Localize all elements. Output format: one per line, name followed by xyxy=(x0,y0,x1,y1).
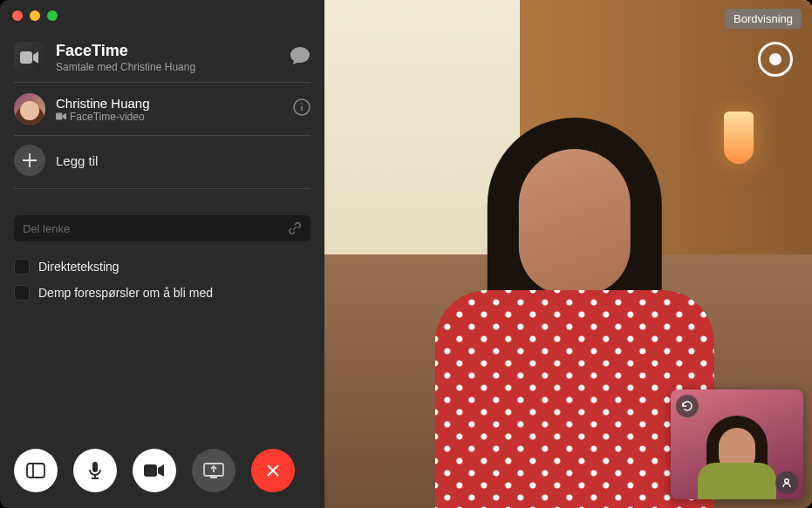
svg-rect-12 xyxy=(144,464,157,477)
divider xyxy=(14,188,310,189)
camera-toggle-button[interactable] xyxy=(133,449,176,492)
sidebar-toggle-button[interactable] xyxy=(14,449,58,492)
facetime-app-icon xyxy=(14,42,45,73)
screen-share-button[interactable] xyxy=(192,449,235,492)
participant-avatar xyxy=(14,93,45,125)
call-controls xyxy=(14,449,295,492)
minimize-window-button[interactable] xyxy=(30,10,40,21)
app-title: FaceTime xyxy=(56,42,195,61)
participant-name: Christine Huang xyxy=(56,96,150,111)
refresh-icon xyxy=(681,400,693,412)
video-icon xyxy=(20,51,39,64)
window-controls xyxy=(12,10,58,21)
person-crop-icon xyxy=(781,477,793,489)
pip-effects-button[interactable] xyxy=(775,471,798,494)
silence-join-requests-checkbox[interactable] xyxy=(14,285,30,301)
self-view-pip[interactable] xyxy=(671,389,803,499)
live-captions-row[interactable]: Direkteteksting xyxy=(0,254,324,280)
add-label: Legg til xyxy=(56,153,98,168)
microphone-icon xyxy=(88,461,102,480)
video-icon xyxy=(144,464,165,478)
silence-join-requests-label: Demp forespørsler om å bli med xyxy=(38,286,213,300)
participant-status: FaceTime-video xyxy=(56,111,150,123)
svg-point-17 xyxy=(785,479,788,483)
sidebar-icon xyxy=(26,463,45,478)
silence-join-requests-row[interactable]: Demp forespørsler om å bli med xyxy=(0,280,324,306)
video-icon xyxy=(56,112,66,120)
desk-view-button[interactable]: Bordvisning xyxy=(725,9,802,29)
end-call-button[interactable] xyxy=(251,449,295,492)
facetime-window: FaceTime Samtale med Christine Huang Chr… xyxy=(0,0,812,508)
live-captions-checkbox[interactable] xyxy=(14,259,30,274)
mute-button[interactable] xyxy=(73,449,117,492)
background-lamp xyxy=(724,112,754,164)
maximize-window-button[interactable] xyxy=(47,10,58,21)
link-icon xyxy=(288,221,302,235)
svg-rect-1 xyxy=(56,113,63,120)
call-header: FaceTime Samtale med Christine Huang xyxy=(0,37,324,82)
svg-rect-7 xyxy=(27,464,44,478)
messages-button[interactable] xyxy=(290,46,310,69)
chat-bubble-icon xyxy=(290,46,310,65)
screen-share-icon xyxy=(203,463,224,478)
sidebar: FaceTime Samtale med Christine Huang Chr… xyxy=(0,0,324,508)
info-icon xyxy=(293,98,310,116)
add-button[interactable] xyxy=(14,145,45,176)
participant-row[interactable]: Christine Huang FaceTime-video xyxy=(0,83,324,135)
call-subtitle: Samtale med Christine Huang xyxy=(56,61,195,73)
share-link-placeholder: Del lenke xyxy=(23,222,70,235)
svg-point-3 xyxy=(301,103,303,105)
participant-info-button[interactable] xyxy=(293,98,310,119)
live-captions-label: Direkteteksting xyxy=(38,260,119,274)
close-icon xyxy=(264,462,282,479)
self-figure xyxy=(698,410,776,499)
svg-rect-0 xyxy=(20,51,32,64)
svg-rect-9 xyxy=(92,462,98,472)
remote-video-view: Bordvisning xyxy=(324,0,812,508)
share-link-field[interactable]: Del lenke xyxy=(14,215,310,241)
plus-icon xyxy=(22,152,38,168)
close-window-button[interactable] xyxy=(12,10,23,21)
live-photo-button[interactable] xyxy=(758,42,793,77)
add-participant-row[interactable]: Legg til xyxy=(0,136,324,188)
pip-swap-button[interactable] xyxy=(676,395,699,417)
